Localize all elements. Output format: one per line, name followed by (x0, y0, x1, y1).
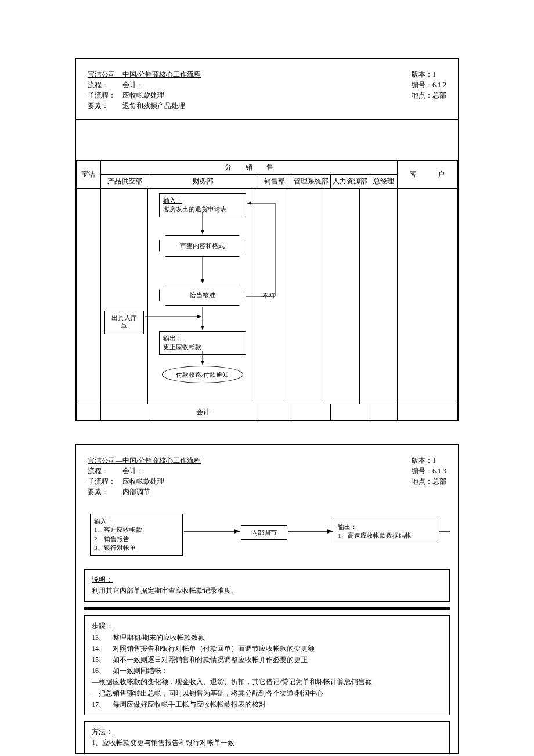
lane-supply: 产品供应部 (100, 175, 149, 189)
d2-input-box: 输入： 1、客户应收帐款 2、销售报告 3、银行对帐单 (90, 514, 183, 556)
approve-box: 恰当核准 (159, 285, 246, 306)
d2-header: 宝洁公司—中国/分销商核心工作流程 流程：会计： 子流程：应收帐款处理 要素：内… (76, 445, 458, 505)
nomatch-label: 不符 (262, 291, 275, 300)
d1-row3-label: 要素： (88, 100, 122, 111)
d1-header: 宝洁公司—中国/分销商核心工作流程 流程：会计： 子流程：应收帐款处理 要素：退… (76, 59, 458, 120)
d2-flow: 输入： 1、客户应收帐款 2、销售报告 3、银行对帐单 内部调节 输出： 1、高… (84, 511, 450, 563)
d1-row1-label: 流程： (88, 80, 122, 90)
d2-method: 方法： 1、应收帐款变更与销售报告和银行对帐单一致 (84, 721, 450, 753)
lane-mis: 管理系统部 (291, 175, 331, 189)
notice-ellipse: 付款收迄/付款通知 (162, 366, 243, 383)
d1-number: 编号：6.1.2 (412, 80, 446, 90)
output-label: 输出： (163, 334, 182, 341)
input-label: 输入： (163, 197, 182, 204)
footer-role: 会计 (149, 404, 258, 420)
d1-title: 宝洁公司—中国/分销商核心工作流程 (88, 69, 201, 80)
flow-arrows (101, 189, 397, 404)
input-box: 输入： 客房发出的退货申请表 (159, 193, 246, 217)
d2-explain: 说明： 利用其它内部单据定期审查应收帐款记录准度。 (84, 569, 450, 602)
lane-gm: 总经理 (370, 175, 397, 189)
lane-dist-title: 分 销 售 (100, 161, 397, 175)
d1-row1-value: 会计： (122, 81, 143, 89)
d1-row3-value: 退货和残损产品处理 (122, 102, 185, 110)
d1-row2-value: 应收帐款处理 (122, 91, 164, 99)
d2-center-box: 内部调节 (241, 525, 287, 540)
stockin-box: 出具入库单 (104, 311, 144, 334)
output-box: 输出： 更正应收帐款 (159, 331, 246, 355)
d1-version: 版本：1 (412, 69, 446, 80)
d2-output-box: 输出： 1、高速应收帐款数据结帐 (334, 520, 438, 543)
diagram-1: 宝洁公司—中国/分销商核心工作流程 流程：会计： 子流程：应收帐款处理 要素：退… (75, 58, 459, 421)
review-box: 审查内容和格式 (159, 235, 246, 257)
output-text: 更正应收帐款 (163, 343, 201, 350)
swimlane-table: 宝洁 分 销 售 客 户 产品供应部 财务部 销售部 管理系统部 人力资源部 总… (76, 160, 458, 420)
lane-hr: 人力资源部 (330, 175, 370, 189)
lane-baojie: 宝洁 (77, 161, 101, 189)
lane-customer: 客 户 (397, 161, 457, 189)
lane-sales: 销售部 (258, 175, 291, 189)
d1-row2-label: 子流程： (88, 90, 122, 100)
d2-steps: 步骤： 13、 整理期初/期末的应收帐款数额 14、 对照销售报告和银行对帐单（… (84, 615, 450, 715)
input-text: 客房发出的退货申请表 (163, 206, 227, 213)
diagram-2: 宝洁公司—中国/分销商核心工作流程 流程：会计： 子流程：应收帐款处理 要素：内… (75, 444, 459, 754)
d2-title: 宝洁公司—中国/分销商核心工作流程 (88, 455, 201, 466)
lane-finance: 财务部 (149, 175, 258, 189)
d1-location: 地点：总部 (412, 90, 446, 100)
